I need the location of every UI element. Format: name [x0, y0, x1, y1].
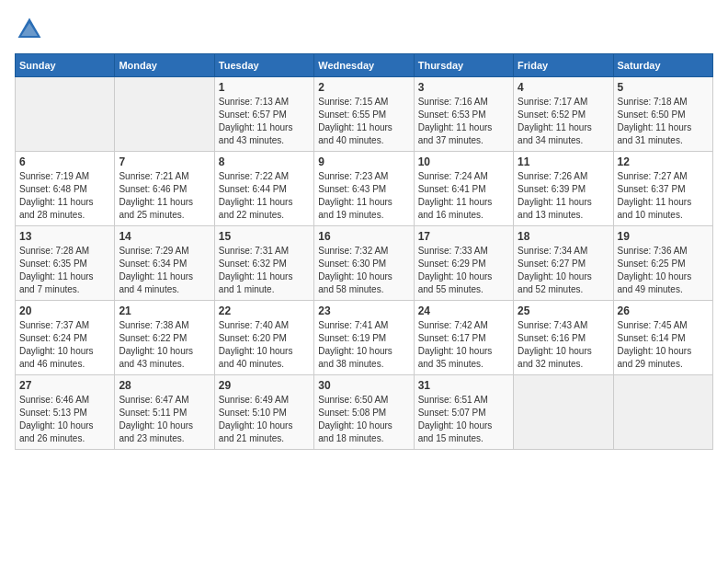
day-number: 16: [318, 230, 409, 243]
calendar-cell: 26Sunrise: 7:45 AM Sunset: 6:14 PM Dayli…: [613, 301, 712, 375]
day-info: Sunrise: 7:29 AM Sunset: 6:34 PM Dayligh…: [119, 245, 210, 296]
day-info: Sunrise: 7:31 AM Sunset: 6:32 PM Dayligh…: [219, 245, 310, 296]
day-number: 22: [219, 304, 310, 317]
day-number: 4: [518, 81, 609, 94]
calendar-cell: 13Sunrise: 7:28 AM Sunset: 6:35 PM Dayli…: [16, 226, 115, 301]
calendar-cell: [613, 375, 712, 450]
calendar-cell: 20Sunrise: 7:37 AM Sunset: 6:24 PM Dayli…: [16, 301, 115, 375]
day-info: Sunrise: 7:16 AM Sunset: 6:53 PM Dayligh…: [418, 96, 509, 147]
calendar-cell: 9Sunrise: 7:23 AM Sunset: 6:43 PM Daylig…: [314, 152, 414, 226]
day-info: Sunrise: 7:41 AM Sunset: 6:19 PM Dayligh…: [318, 319, 409, 371]
day-number: 27: [19, 379, 110, 392]
calendar-week-row: 13Sunrise: 7:28 AM Sunset: 6:35 PM Dayli…: [16, 226, 713, 301]
logo: [15, 15, 48, 44]
day-number: 28: [119, 379, 210, 392]
day-info: Sunrise: 7:17 AM Sunset: 6:52 PM Dayligh…: [518, 96, 609, 147]
day-number: 13: [19, 230, 110, 243]
calendar-cell: 11Sunrise: 7:26 AM Sunset: 6:39 PM Dayli…: [514, 152, 613, 226]
calendar-cell: 31Sunrise: 6:51 AM Sunset: 5:07 PM Dayli…: [414, 375, 513, 450]
day-info: Sunrise: 7:32 AM Sunset: 6:30 PM Dayligh…: [318, 245, 409, 296]
day-number: 5: [618, 81, 709, 94]
day-info: Sunrise: 6:46 AM Sunset: 5:13 PM Dayligh…: [19, 394, 110, 445]
day-info: Sunrise: 7:13 AM Sunset: 6:57 PM Dayligh…: [219, 96, 310, 147]
header-day: Wednesday: [314, 54, 414, 77]
day-info: Sunrise: 7:40 AM Sunset: 6:20 PM Dayligh…: [219, 319, 310, 371]
calendar-cell: 30Sunrise: 6:50 AM Sunset: 5:08 PM Dayli…: [314, 375, 414, 450]
day-number: 12: [618, 155, 709, 168]
calendar-cell: 27Sunrise: 6:46 AM Sunset: 5:13 PM Dayli…: [16, 375, 115, 450]
day-number: 11: [518, 155, 609, 168]
calendar-cell: 22Sunrise: 7:40 AM Sunset: 6:20 PM Dayli…: [214, 301, 313, 375]
day-info: Sunrise: 7:19 AM Sunset: 6:48 PM Dayligh…: [19, 170, 110, 222]
calendar-cell: 3Sunrise: 7:16 AM Sunset: 6:53 PM Daylig…: [414, 77, 513, 152]
day-number: 10: [418, 155, 509, 168]
day-number: 17: [418, 230, 509, 243]
day-number: 19: [618, 230, 709, 243]
day-number: 20: [19, 304, 110, 317]
header-day: Monday: [115, 54, 214, 77]
calendar-cell: 6Sunrise: 7:19 AM Sunset: 6:48 PM Daylig…: [16, 152, 115, 226]
day-info: Sunrise: 7:15 AM Sunset: 6:55 PM Dayligh…: [318, 96, 409, 147]
calendar-cell: 19Sunrise: 7:36 AM Sunset: 6:25 PM Dayli…: [613, 226, 712, 301]
day-info: Sunrise: 7:37 AM Sunset: 6:24 PM Dayligh…: [19, 319, 110, 371]
day-info: Sunrise: 7:26 AM Sunset: 6:39 PM Dayligh…: [518, 170, 609, 222]
day-info: Sunrise: 6:51 AM Sunset: 5:07 PM Dayligh…: [418, 394, 509, 445]
day-number: 23: [318, 304, 409, 317]
day-info: Sunrise: 7:42 AM Sunset: 6:17 PM Dayligh…: [418, 319, 509, 371]
calendar-cell: 8Sunrise: 7:22 AM Sunset: 6:44 PM Daylig…: [214, 152, 313, 226]
day-info: Sunrise: 6:50 AM Sunset: 5:08 PM Dayligh…: [318, 394, 409, 445]
calendar-cell: 4Sunrise: 7:17 AM Sunset: 6:52 PM Daylig…: [514, 77, 613, 152]
calendar-cell: [115, 77, 214, 152]
calendar-cell: 14Sunrise: 7:29 AM Sunset: 6:34 PM Dayli…: [115, 226, 214, 301]
calendar-week-row: 6Sunrise: 7:19 AM Sunset: 6:48 PM Daylig…: [16, 152, 713, 226]
calendar-cell: [16, 77, 115, 152]
day-number: 29: [219, 379, 310, 392]
day-info: Sunrise: 7:23 AM Sunset: 6:43 PM Dayligh…: [318, 170, 409, 222]
day-number: 7: [119, 155, 210, 168]
day-info: Sunrise: 7:21 AM Sunset: 6:46 PM Dayligh…: [119, 170, 210, 222]
day-info: Sunrise: 7:38 AM Sunset: 6:22 PM Dayligh…: [119, 319, 210, 371]
day-info: Sunrise: 7:28 AM Sunset: 6:35 PM Dayligh…: [19, 245, 110, 296]
day-info: Sunrise: 7:34 AM Sunset: 6:27 PM Dayligh…: [518, 245, 609, 296]
day-info: Sunrise: 7:18 AM Sunset: 6:50 PM Dayligh…: [618, 96, 709, 147]
day-number: 8: [219, 155, 310, 168]
day-info: Sunrise: 7:45 AM Sunset: 6:14 PM Dayligh…: [618, 319, 709, 371]
calendar-cell: 15Sunrise: 7:31 AM Sunset: 6:32 PM Dayli…: [214, 226, 313, 301]
day-number: 2: [318, 81, 409, 94]
day-number: 25: [518, 304, 609, 317]
day-number: 1: [219, 81, 310, 94]
calendar-cell: 29Sunrise: 6:49 AM Sunset: 5:10 PM Dayli…: [214, 375, 313, 450]
header-day: Thursday: [414, 54, 513, 77]
calendar-cell: 1Sunrise: 7:13 AM Sunset: 6:57 PM Daylig…: [214, 77, 313, 152]
day-info: Sunrise: 6:49 AM Sunset: 5:10 PM Dayligh…: [219, 394, 310, 445]
calendar-week-row: 27Sunrise: 6:46 AM Sunset: 5:13 PM Dayli…: [16, 375, 713, 450]
calendar-week-row: 20Sunrise: 7:37 AM Sunset: 6:24 PM Dayli…: [16, 301, 713, 375]
day-number: 3: [418, 81, 509, 94]
calendar-body: 1Sunrise: 7:13 AM Sunset: 6:57 PM Daylig…: [16, 77, 713, 450]
calendar-cell: 5Sunrise: 7:18 AM Sunset: 6:50 PM Daylig…: [613, 77, 712, 152]
day-info: Sunrise: 7:36 AM Sunset: 6:25 PM Dayligh…: [618, 245, 709, 296]
calendar-cell: 28Sunrise: 6:47 AM Sunset: 5:11 PM Dayli…: [115, 375, 214, 450]
calendar-cell: 2Sunrise: 7:15 AM Sunset: 6:55 PM Daylig…: [314, 77, 414, 152]
calendar-week-row: 1Sunrise: 7:13 AM Sunset: 6:57 PM Daylig…: [16, 77, 713, 152]
calendar-table: SundayMondayTuesdayWednesdayThursdayFrid…: [15, 53, 713, 450]
calendar-cell: 12Sunrise: 7:27 AM Sunset: 6:37 PM Dayli…: [613, 152, 712, 226]
calendar-cell: 23Sunrise: 7:41 AM Sunset: 6:19 PM Dayli…: [314, 301, 414, 375]
day-info: Sunrise: 7:24 AM Sunset: 6:41 PM Dayligh…: [418, 170, 509, 222]
day-number: 6: [19, 155, 110, 168]
day-info: Sunrise: 7:43 AM Sunset: 6:16 PM Dayligh…: [518, 319, 609, 371]
calendar-cell: 10Sunrise: 7:24 AM Sunset: 6:41 PM Dayli…: [414, 152, 513, 226]
logo-icon: [15, 15, 44, 44]
calendar-cell: 16Sunrise: 7:32 AM Sunset: 6:30 PM Dayli…: [314, 226, 414, 301]
day-number: 31: [418, 379, 509, 392]
calendar-cell: 24Sunrise: 7:42 AM Sunset: 6:17 PM Dayli…: [414, 301, 513, 375]
calendar-header: SundayMondayTuesdayWednesdayThursdayFrid…: [16, 54, 713, 77]
day-number: 21: [119, 304, 210, 317]
header-day: Sunday: [16, 54, 115, 77]
day-info: Sunrise: 6:47 AM Sunset: 5:11 PM Dayligh…: [119, 394, 210, 445]
calendar-cell: 21Sunrise: 7:38 AM Sunset: 6:22 PM Dayli…: [115, 301, 214, 375]
day-info: Sunrise: 7:22 AM Sunset: 6:44 PM Dayligh…: [219, 170, 310, 222]
day-info: Sunrise: 7:33 AM Sunset: 6:29 PM Dayligh…: [418, 245, 509, 296]
day-number: 15: [219, 230, 310, 243]
calendar-cell: 18Sunrise: 7:34 AM Sunset: 6:27 PM Dayli…: [514, 226, 613, 301]
